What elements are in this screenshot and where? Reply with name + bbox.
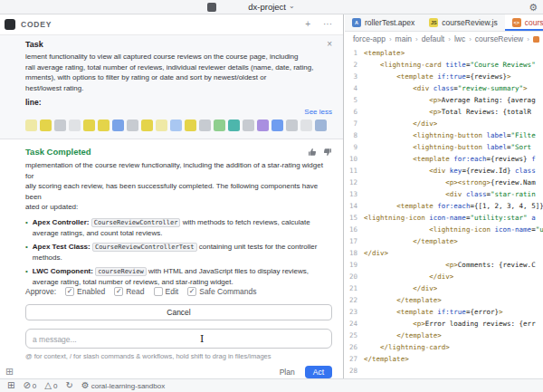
code-area[interactable]: 1<template>2 <lightning-card title="Cour… <box>345 47 543 378</box>
settings-icon[interactable]: ⚙ <box>529 1 538 14</box>
code-line[interactable]: 15<lightning-icon icon-name="utility:sta… <box>345 212 543 224</box>
code-line[interactable]: 23 <template if:true={error}> <box>345 306 543 318</box>
code-line[interactable]: 6 <p>Total Reviews: {totalR <box>345 106 543 118</box>
act-button[interactable]: Act <box>305 366 332 378</box>
timeline-step[interactable] <box>141 120 153 131</box>
message-input[interactable] <box>26 330 331 349</box>
org-indicator[interactable]: ⚙coral-learning-sandbox <box>81 380 165 391</box>
breadcrumb-item[interactable]: courseReview <box>475 34 523 43</box>
tab-course-review-js[interactable]: JS courseReview.js <box>422 14 504 31</box>
chevron-right-icon: › <box>448 35 451 43</box>
line-number: 24 <box>345 318 364 330</box>
timeline-step[interactable] <box>156 120 167 131</box>
code-line[interactable]: 14 <template for:each={[1, 2, 3, 4, 5]} … <box>345 200 543 212</box>
timeline-step[interactable] <box>199 120 211 131</box>
warning-counter[interactable]: △0 <box>44 380 57 391</box>
editor-panel: A rollerTest.apex JS courseReview.js <> … <box>345 14 543 378</box>
checkbox-edit[interactable]: ✓Edit <box>154 287 179 296</box>
more-options-icon[interactable]: ··· <box>323 20 332 29</box>
code-text: <p><strong>{review.Nam <box>364 177 536 188</box>
breadcrumb-item[interactable]: lwc <box>454 34 465 43</box>
code-line[interactable]: 28 <box>345 365 543 377</box>
cancel-button[interactable]: Cancel <box>25 304 332 320</box>
code-line[interactable]: 12 <p><strong>{review.Nam <box>345 177 543 188</box>
code-line[interactable]: 27</template> <box>345 353 543 365</box>
code-line[interactable]: 26 </lightning-card> <box>345 341 543 353</box>
see-less-link[interactable]: See less <box>304 108 332 116</box>
timeline-step[interactable] <box>243 120 254 131</box>
code-line[interactable]: 5 <p>Average Rating: {averag <box>345 94 543 106</box>
checkbox-safe-commands[interactable]: ✓Safe Commands <box>187 287 256 296</box>
code-line[interactable]: 22 </template> <box>345 294 543 306</box>
code-line[interactable]: 9 <lightning-button label="Sort <box>345 141 543 153</box>
code-line[interactable]: 20 </div> <box>345 271 543 282</box>
close-task-icon[interactable]: × <box>327 40 332 49</box>
breadcrumb-item[interactable]: default <box>422 34 445 43</box>
line-number: 20 <box>345 271 364 282</box>
apps-grid-icon[interactable]: ⊞ <box>5 367 14 377</box>
code-line[interactable]: 17 </template> <box>345 235 543 247</box>
tab-course-review-html[interactable]: <> courseReview <box>505 14 543 31</box>
line-number: 7 <box>345 118 364 129</box>
window-title: dx-project <box>248 2 286 12</box>
timeline-step[interactable] <box>40 120 52 131</box>
timeline-step[interactable] <box>83 120 95 131</box>
timeline-step[interactable] <box>54 120 66 131</box>
plan-button[interactable]: Plan <box>273 366 301 378</box>
code-line[interactable]: 25 </template> <box>345 330 543 341</box>
timeline-step[interactable] <box>127 120 138 131</box>
code-line[interactable]: 8 <lightning-button label="Filte <box>345 129 543 141</box>
code-text: <lightning-icon icon-name="utility:star"… <box>364 212 536 224</box>
code-line[interactable]: 24 <p>Error loading reviews: {err <box>345 318 543 330</box>
timeline-step[interactable] <box>257 120 269 131</box>
code-line[interactable]: 13 <div class="star-ratin <box>345 188 543 200</box>
timeline-step[interactable] <box>300 120 312 131</box>
code-line[interactable]: 11 <div key={review.Id} class <box>345 165 543 177</box>
code-line[interactable]: 1<template> <box>345 47 543 59</box>
code-line[interactable]: 7 </div> <box>345 118 543 129</box>
error-counter[interactable]: ⊘0 <box>23 380 36 391</box>
code-line[interactable]: 2 <lightning-card title="Course Reviews" <box>345 59 543 71</box>
refresh-icon[interactable]: ↻ <box>65 380 72 391</box>
tool-windows-grid-icon[interactable]: ⊞ <box>7 380 14 391</box>
timeline-step[interactable] <box>69 120 81 131</box>
code-line[interactable]: 10 <template for:each={reviews} f <box>345 153 543 165</box>
code-line[interactable]: 4 <div class="review-summary"> <box>345 82 543 94</box>
timeline-step[interactable] <box>315 120 327 131</box>
code-line[interactable]: 16 <lightning-icon icon-name="utility <box>345 224 543 235</box>
bullet-label: LWC Component: <box>33 267 93 275</box>
timeline-step[interactable] <box>272 120 283 131</box>
thumbs-down-icon[interactable] <box>323 148 332 157</box>
timeline-step[interactable] <box>98 120 110 131</box>
tab-label: courseReview <box>525 18 543 27</box>
timeline-step[interactable] <box>185 120 196 131</box>
timeline-step[interactable] <box>286 120 298 131</box>
template-tag-icon[interactable] <box>533 36 539 43</box>
message-input-box[interactable]: I <box>25 329 332 349</box>
timeline-step[interactable] <box>214 120 225 131</box>
code-text: </div> <box>364 282 437 294</box>
code-line[interactable]: 19 <p>Comments: {review.C <box>345 259 543 271</box>
checkbox-read[interactable]: ✓Read <box>114 287 144 296</box>
line-number: 5 <box>345 94 364 106</box>
checkbox-enabled[interactable]: ✓Enabled <box>65 287 105 296</box>
thumbs-up-icon[interactable] <box>308 148 317 157</box>
timeline-step[interactable] <box>25 120 37 131</box>
apex-file-icon: A <box>352 18 361 27</box>
timeline-step[interactable] <box>228 120 240 131</box>
code-text: </div> <box>364 247 388 259</box>
timeline-step[interactable] <box>112 120 124 131</box>
tab-controller-test[interactable]: A rollerTest.apex <box>345 14 422 31</box>
code-line[interactable]: 18</div> <box>345 247 543 259</box>
code-text: <template for:each={[1, 2, 3, 4, 5]} f <box>364 200 543 212</box>
code-text: </div> <box>364 271 453 282</box>
line-number: 21 <box>345 282 364 294</box>
breadcrumb-item[interactable]: main <box>395 34 412 43</box>
new-chat-icon[interactable]: + <box>305 20 310 29</box>
code-line[interactable]: 21 </div> <box>345 282 543 294</box>
code-line[interactable]: 3 <template if:true={reviews}> <box>345 71 543 82</box>
timeline-step[interactable] <box>170 120 182 131</box>
breadcrumb-item[interactable]: force-app <box>353 34 386 43</box>
window-title-group[interactable]: dx-project ⌄ <box>0 0 543 14</box>
js-file-icon: JS <box>429 18 438 27</box>
